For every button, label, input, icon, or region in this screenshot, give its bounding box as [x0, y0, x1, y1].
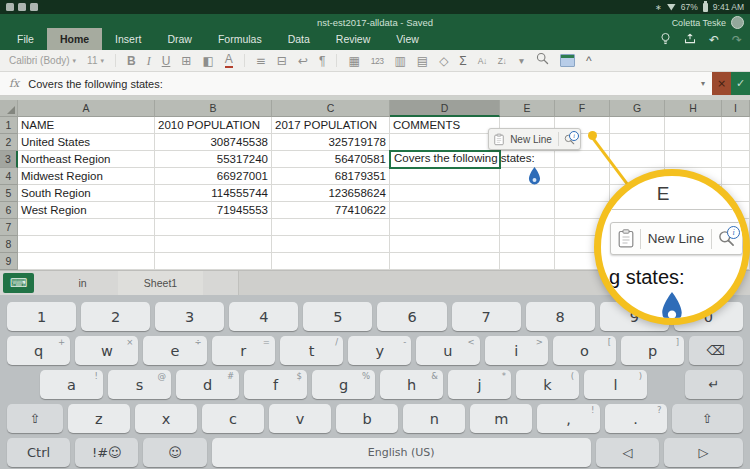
key-x[interactable]: x	[135, 404, 197, 433]
tab-review[interactable]: Review	[323, 28, 383, 50]
text-direction-icon[interactable]: ¶	[319, 51, 325, 71]
underline-button[interactable]: U	[162, 51, 171, 71]
redo-icon[interactable]: ↷	[732, 33, 742, 47]
key-comma[interactable]: ,!	[537, 404, 599, 433]
sheet-tab-sheet1[interactable]: Sheet1	[118, 271, 203, 295]
clear-icon[interactable]: ◇	[439, 51, 448, 71]
sheet-tab-in[interactable]: in	[55, 271, 110, 295]
key-d[interactable]: d#	[176, 370, 239, 399]
italic-button[interactable]: I	[147, 51, 151, 71]
row-header-3[interactable]: 3	[0, 151, 18, 168]
column-header-I[interactable]: I	[722, 100, 750, 117]
lightbulb-icon[interactable]	[660, 32, 671, 49]
cell-D5[interactable]	[390, 185, 500, 202]
callout-newline-button[interactable]: New Line i	[610, 222, 743, 255]
cell-D7[interactable]	[390, 219, 500, 236]
cell-A3[interactable]: Northeast Region	[18, 151, 155, 168]
font-color-icon[interactable]: A	[225, 53, 233, 68]
cell-D4[interactable]	[390, 168, 500, 185]
key-k[interactable]: k(	[516, 370, 579, 399]
row-header-7[interactable]: 7	[0, 219, 18, 236]
key-y[interactable]: y-	[348, 336, 411, 365]
key-s[interactable]: s@	[108, 370, 171, 399]
font-name-selector[interactable]: Calibri (Body) ▾	[9, 55, 76, 66]
key-ctrl[interactable]: Ctrl	[7, 438, 70, 467]
column-header-H[interactable]: H	[665, 100, 722, 117]
row-header-2[interactable]: 2	[0, 134, 18, 151]
active-cell-text[interactable]: Covers the following states:	[394, 152, 535, 164]
cell-G3[interactable]	[610, 151, 665, 168]
key-cursor-right[interactable]: ▷	[664, 438, 743, 467]
key-g[interactable]: g%	[312, 370, 375, 399]
cell-C4[interactable]: 68179351	[272, 168, 390, 185]
key-7[interactable]: 7	[452, 302, 521, 331]
filter-icon[interactable]: ▼	[517, 51, 525, 71]
autosum-icon[interactable]: Σ	[459, 51, 466, 71]
cell-C8[interactable]	[272, 236, 390, 253]
cell-A1[interactable]: NAME	[18, 117, 155, 134]
newline-popup[interactable]: New Line i	[488, 128, 581, 150]
conditional-format-icon[interactable]: ▦	[348, 51, 359, 71]
cell-B9[interactable]	[155, 253, 272, 270]
cell-A5[interactable]: South Region	[18, 185, 155, 202]
magnifier-icon[interactable]: i	[564, 134, 575, 145]
key-a[interactable]: a!	[40, 370, 103, 399]
key-backspace[interactable]: ⌫	[689, 336, 743, 365]
cell-B7[interactable]	[155, 219, 272, 236]
row-header-6[interactable]: 6	[0, 202, 18, 219]
cell-B3[interactable]: 55317240	[155, 151, 272, 168]
key-p[interactable]: p]	[621, 336, 684, 365]
magnifier-icon[interactable]: i	[718, 230, 735, 247]
cell-E6[interactable]	[500, 202, 555, 219]
cell-C3[interactable]: 56470581	[272, 151, 390, 168]
key-v[interactable]: v	[269, 404, 331, 433]
collapse-ribbon-icon[interactable]: ^	[586, 51, 592, 71]
number-format-icon[interactable]: 123	[371, 51, 384, 71]
insert-table-icon[interactable]: ▥	[394, 51, 405, 71]
key-u[interactable]: u<	[416, 336, 479, 365]
row-header-4[interactable]: 4	[0, 168, 18, 185]
cell-E7[interactable]	[500, 219, 555, 236]
key-8[interactable]: 8	[526, 302, 595, 331]
share-icon[interactable]	[684, 32, 696, 48]
key-o[interactable]: o[	[553, 336, 616, 365]
cell-B4[interactable]: 66927001	[155, 168, 272, 185]
key-h[interactable]: h&	[380, 370, 443, 399]
cell-F3[interactable]	[555, 151, 610, 168]
cell-C7[interactable]	[272, 219, 390, 236]
key-l[interactable]: l)	[584, 370, 647, 399]
cell-A9[interactable]	[18, 253, 155, 270]
search-icon[interactable]	[536, 51, 549, 71]
cell-C9[interactable]	[272, 253, 390, 270]
merge-cells-icon[interactable]: ⊟	[277, 51, 287, 71]
formula-input[interactable]: Covers the following states:	[28, 78, 694, 90]
wrap-text-icon[interactable]: ↩	[298, 51, 308, 71]
key-1[interactable]: 1	[7, 302, 76, 331]
cell-B5[interactable]: 114555744	[155, 185, 272, 202]
key-2[interactable]: 2	[81, 302, 150, 331]
confirm-button[interactable]: ✓	[731, 72, 750, 95]
key-enter[interactable]: ↵	[685, 370, 743, 399]
avatar[interactable]	[731, 16, 744, 29]
cell-C5[interactable]: 123658624	[272, 185, 390, 202]
key-c[interactable]: c	[202, 404, 264, 433]
column-header-A[interactable]: A	[18, 100, 155, 117]
sort-ascending-icon[interactable]: A↓	[478, 51, 487, 71]
column-header-C[interactable]: C	[272, 100, 390, 117]
cell-A4[interactable]: Midwest Region	[18, 168, 155, 185]
key-w[interactable]: w×	[75, 336, 138, 365]
column-header-B[interactable]: B	[155, 100, 272, 117]
cell-D1[interactable]: COMMENTS	[390, 117, 500, 134]
column-header-E[interactable]: E	[500, 100, 555, 117]
row-header-1[interactable]: 1	[0, 117, 18, 134]
cell-A8[interactable]	[18, 236, 155, 253]
cell-A2[interactable]: United States	[18, 134, 155, 151]
row-header-5[interactable]: 5	[0, 185, 18, 202]
font-size-selector[interactable]: 11 ▾	[87, 55, 104, 66]
key-shift-right[interactable]: ⇧	[672, 404, 743, 433]
key-i[interactable]: i>	[485, 336, 548, 365]
cell-C2[interactable]: 325719178	[272, 134, 390, 151]
key-6[interactable]: 6	[377, 302, 446, 331]
row-header-8[interactable]: 8	[0, 236, 18, 253]
key-t[interactable]: t/	[280, 336, 343, 365]
